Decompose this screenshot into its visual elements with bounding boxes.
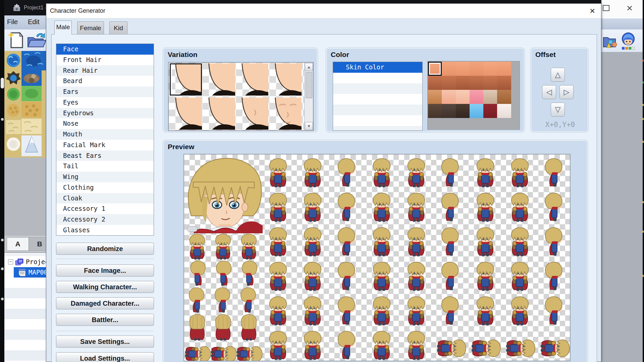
variation-cell[interactable] (236, 98, 268, 130)
scrollbar-thumb[interactable] (306, 72, 312, 98)
variation-cell[interactable] (236, 63, 268, 96)
skin-color-swatch[interactable] (497, 62, 511, 76)
tile-snow-circle[interactable] (6, 137, 21, 152)
tile-grass[interactable] (21, 86, 42, 101)
parts-list[interactable]: FaceFront HairRear HairBeardEarsEyesEyeb… (56, 44, 154, 236)
parts-list-item-rear-hair[interactable]: Rear Hair (56, 65, 154, 76)
parts-list-item-eyebrows[interactable]: Eyebrows (56, 108, 154, 119)
skin-color-swatch[interactable] (456, 90, 470, 104)
parts-list-item-eyes[interactable]: Eyes (56, 97, 154, 108)
color-list[interactable]: Skin Color (333, 62, 423, 131)
tree-collapse-icon[interactable]: − (8, 259, 13, 264)
tile-sand-circle[interactable] (6, 103, 21, 117)
tile-water[interactable] (21, 51, 46, 70)
tile-dunes[interactable] (6, 120, 21, 134)
tile-dunes2[interactable] (21, 119, 42, 134)
parts-list-item-beard[interactable]: Beard (56, 76, 154, 86)
skin-color-palette[interactable] (427, 61, 520, 130)
parts-list-item-ears[interactable]: Ears (56, 86, 154, 97)
skin-color-swatch[interactable] (470, 76, 483, 90)
dialog-close-icon[interactable]: ✕ (586, 5, 599, 17)
open-project-icon[interactable] (26, 32, 46, 48)
skin-color-swatch[interactable] (470, 90, 483, 104)
randomize-button[interactable]: Randomize (56, 243, 154, 255)
tile-hole[interactable] (6, 70, 21, 86)
offset-down-button[interactable]: ▽ (551, 103, 565, 117)
parts-list-item-accessory-1[interactable]: Accessory 1 (56, 203, 154, 214)
offset-up-button[interactable]: △ (551, 68, 565, 82)
skin-color-swatch[interactable] (442, 104, 455, 118)
tile-rocks[interactable] (21, 70, 42, 86)
parts-list-item-front-hair[interactable]: Front Hair (56, 55, 154, 65)
skin-color-swatch[interactable] (470, 104, 483, 118)
walking-character-button[interactable]: Walking Character... (56, 281, 154, 293)
skin-color-swatch[interactable] (483, 90, 497, 104)
parts-list-item-cloak[interactable]: Cloak (56, 193, 154, 204)
skin-color-swatch[interactable] (456, 76, 470, 90)
skin-color-swatch[interactable] (428, 62, 442, 76)
parts-list-item-facial-mark[interactable]: Facial Mark (56, 140, 154, 150)
tile-bush-circle[interactable] (6, 87, 21, 101)
skin-color-swatch[interactable] (497, 104, 511, 118)
tile-mountain[interactable] (21, 135, 42, 156)
resource-manager-icon[interactable] (603, 34, 618, 49)
skin-color-swatch[interactable] (442, 90, 455, 104)
damaged-character-button[interactable]: Damaged Character... (56, 297, 154, 309)
skin-color-swatch[interactable] (483, 62, 497, 76)
parts-list-item-nose[interactable]: Nose (56, 118, 154, 129)
battler-button[interactable]: Battler... (56, 314, 154, 326)
skin-color-swatch[interactable] (442, 76, 455, 90)
variation-scrollbar[interactable]: ▲ ▼ (304, 63, 313, 130)
variation-cell[interactable] (269, 98, 302, 130)
parts-list-item-wing[interactable]: Wing (56, 172, 154, 182)
menu-file[interactable]: File (7, 18, 18, 26)
parts-list-item-beast-ears[interactable]: Beast Ears (56, 150, 154, 161)
skin-color-swatch[interactable] (483, 76, 497, 90)
palette-tab-a[interactable]: A (7, 237, 29, 251)
variation-cell[interactable] (269, 63, 302, 96)
tree-item-map[interactable]: MAP00 (14, 267, 46, 278)
skin-color-swatch[interactable] (456, 104, 470, 118)
tab-female[interactable]: Female (77, 21, 104, 35)
scroll-down-icon[interactable]: ▼ (305, 122, 313, 130)
parts-list-item-glasses[interactable]: Glasses (56, 225, 154, 236)
variation-list[interactable]: ▲ ▼ (168, 62, 314, 131)
variation-cell[interactable] (203, 63, 235, 96)
maximize-icon[interactable] (603, 5, 609, 11)
skin-color-swatch[interactable] (428, 90, 442, 104)
skin-color-swatch[interactable] (456, 62, 470, 76)
variation-cell[interactable] (170, 98, 202, 130)
project-tree[interactable]: − Projec MAP00 (4, 256, 46, 362)
tile-sand[interactable] (21, 102, 42, 117)
load-settings-button[interactable]: Load Settings... (56, 352, 154, 362)
face-image-button[interactable]: Face Image... (56, 264, 154, 277)
new-project-icon[interactable] (8, 32, 24, 49)
tile-water-circle[interactable] (6, 53, 21, 68)
dialog-titlebar[interactable]: Character Generator ✕ (46, 4, 601, 18)
color-list-item-skin-color[interactable]: Skin Color (333, 62, 422, 73)
scroll-up-icon[interactable]: ▲ (305, 63, 313, 71)
skin-color-swatch[interactable] (428, 104, 442, 118)
parts-list-item-tail[interactable]: Tail (56, 161, 154, 172)
offset-left-button[interactable]: ◁ (542, 85, 556, 99)
parts-list-item-mouth[interactable]: Mouth (56, 129, 154, 140)
parts-list-item-face[interactable]: Face (56, 44, 154, 55)
parts-list-item-clothing[interactable]: Clothing (56, 182, 154, 193)
variation-cell[interactable] (203, 98, 235, 130)
offset-right-button[interactable]: ▷ (559, 85, 574, 99)
tab-kid[interactable]: Kid (109, 21, 127, 35)
save-settings-button[interactable]: Save Settings... (56, 336, 154, 348)
skin-color-swatch[interactable] (483, 104, 497, 118)
close-window-icon[interactable]: ✕ (626, 4, 633, 12)
menu-edit[interactable]: Edit (28, 18, 39, 26)
parts-list-item-accessory-2[interactable]: Accessory 2 (56, 214, 154, 225)
tab-male[interactable]: Male (54, 20, 72, 35)
skin-color-swatch[interactable] (442, 62, 455, 76)
tile-palette[interactable] (4, 51, 46, 158)
character-generator-icon[interactable] (621, 32, 636, 50)
skin-color-swatch[interactable] (428, 76, 442, 90)
skin-color-swatch[interactable] (470, 62, 483, 76)
skin-color-swatch[interactable] (497, 90, 511, 104)
variation-cell[interactable] (170, 63, 202, 96)
skin-color-swatch[interactable] (497, 76, 511, 90)
